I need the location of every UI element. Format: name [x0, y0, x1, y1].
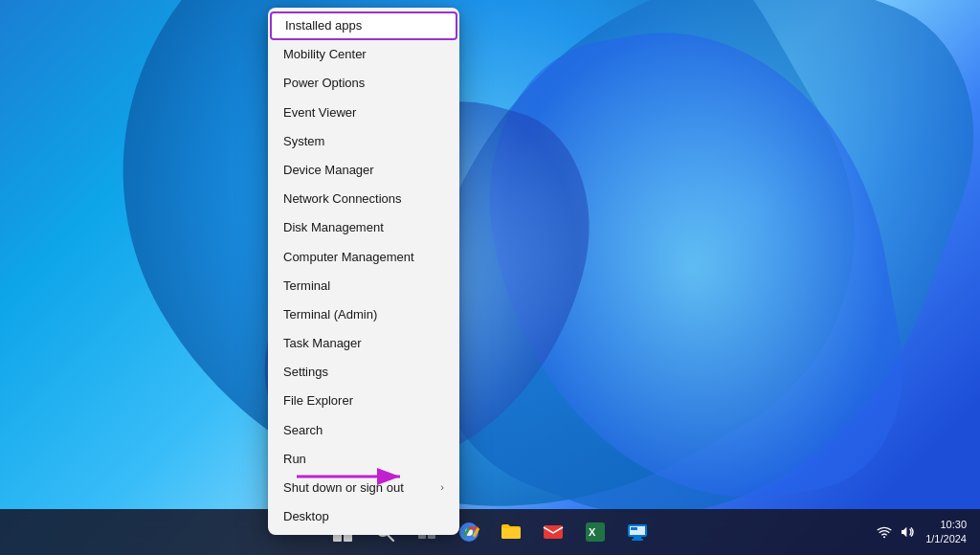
menu-item-label: Mobility Center: [283, 46, 367, 63]
menu-item-mobility-center[interactable]: Mobility Center: [268, 40, 459, 69]
menu-item-file-explorer[interactable]: File Explorer: [268, 387, 459, 415]
menu-item-label: System: [283, 133, 324, 150]
excel-icon: X: [584, 521, 607, 544]
svg-rect-10: [544, 525, 563, 539]
excel-button[interactable]: X: [576, 513, 614, 551]
menu-item-terminal-admin[interactable]: Terminal (Admin): [268, 300, 459, 329]
menu-item-search[interactable]: Search: [268, 416, 459, 445]
menu-item-label: Terminal: [283, 278, 330, 295]
menu-item-event-viewer[interactable]: Event Viewer: [268, 99, 459, 127]
menu-item-label: Computer Management: [283, 249, 414, 266]
chrome-icon: [457, 521, 480, 544]
menu-item-computer-management[interactable]: Computer Management: [268, 243, 459, 272]
context-menu: Installed appsMobility CenterPower Optio…: [268, 8, 459, 535]
menu-item-system[interactable]: System: [268, 127, 459, 156]
menu-item-power-options[interactable]: Power Options: [268, 69, 459, 98]
menu-item-label: Network Connections: [283, 190, 402, 208]
tray-network-icon[interactable]: [874, 524, 895, 540]
tray-time-value: 10:30: [925, 518, 967, 532]
menu-item-label: Installed apps: [285, 17, 362, 34]
svg-line-3: [388, 535, 393, 541]
svg-text:X: X: [589, 526, 596, 538]
tray-date-value: 1/1/2024: [925, 532, 967, 546]
menu-item-settings[interactable]: Settings: [268, 358, 459, 387]
mail-icon: [542, 521, 565, 544]
menu-item-desktop[interactable]: Desktop: [268, 502, 459, 531]
menu-item-label: Settings: [283, 364, 328, 381]
menu-item-label: Terminal (Admin): [283, 306, 377, 323]
menu-item-label: Event Viewer: [283, 104, 356, 122]
menu-item-label: File Explorer: [283, 392, 353, 410]
svg-rect-15: [632, 539, 643, 541]
menu-item-label: Disk Management: [283, 219, 384, 236]
menu-item-label: Device Manager: [283, 162, 374, 179]
menu-item-label: Search: [283, 422, 323, 439]
mail-button[interactable]: [534, 513, 572, 551]
menu-item-disk-management[interactable]: Disk Management: [268, 213, 459, 242]
rdp-icon: [626, 521, 649, 544]
menu-item-label: Task Manager: [283, 335, 362, 352]
menu-item-network-connections[interactable]: Network Connections: [268, 185, 459, 213]
folder-icon: [500, 521, 523, 544]
menu-item-label: Power Options: [283, 75, 365, 92]
svg-rect-14: [634, 537, 641, 539]
tray-volume-icon[interactable]: [897, 524, 918, 540]
menu-item-terminal[interactable]: Terminal: [268, 272, 459, 300]
svg-rect-17: [631, 527, 637, 530]
tray-clock[interactable]: 10:30 1/1/2024: [920, 518, 972, 547]
desktop: Installed appsMobility CenterPower Optio…: [0, 0, 980, 555]
svg-point-18: [883, 536, 885, 538]
system-tray: 10:30 1/1/2024: [874, 509, 980, 555]
menu-item-label: Desktop: [283, 508, 329, 525]
submenu-arrow-icon: ›: [440, 480, 444, 495]
menu-item-device-manager[interactable]: Device Manager: [268, 156, 459, 185]
menu-item-installed-apps[interactable]: Installed apps: [270, 11, 457, 40]
menu-item-task-manager[interactable]: Task Manager: [268, 329, 459, 358]
taskbar: X: [0, 509, 980, 555]
arrow-annotation: [297, 457, 412, 500]
file-explorer-button[interactable]: [492, 513, 530, 551]
rdp-button[interactable]: [618, 513, 657, 551]
